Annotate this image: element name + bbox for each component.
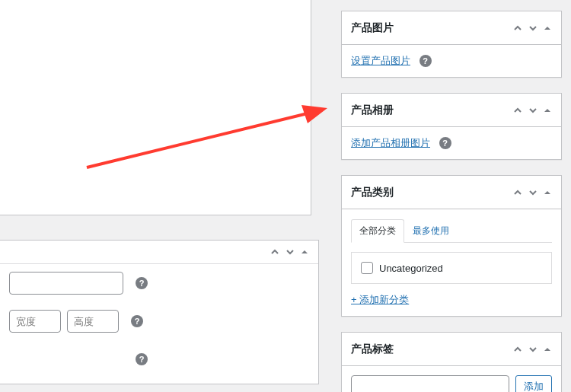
tab-most-used[interactable]: 最多使用 <box>404 219 458 243</box>
product-categories-title: 产品类别 <box>351 186 394 199</box>
product-data-header <box>0 241 318 264</box>
toggle-icon[interactable] <box>543 345 552 354</box>
pd-move-down-icon[interactable] <box>285 247 295 257</box>
move-down-icon[interactable] <box>528 187 538 198</box>
help-icon[interactable]: ? <box>419 55 432 67</box>
tag-input-row: 添加 <box>351 375 552 392</box>
product-image-panel: 产品图片 设置产品图片 ? <box>341 11 562 78</box>
help-icon[interactable]: ? <box>439 137 451 149</box>
product-data-row-dimensions: ? <box>0 298 318 336</box>
product-categories-header: 产品类别 <box>342 176 561 209</box>
category-list: Uncategorized <box>351 252 552 284</box>
width-input[interactable] <box>9 310 61 333</box>
move-up-icon[interactable] <box>512 23 523 33</box>
tag-input[interactable] <box>351 375 509 392</box>
product-data-row-1: ? <box>0 264 318 298</box>
help-icon[interactable]: ? <box>136 277 148 289</box>
product-image-title: 产品图片 <box>351 21 394 35</box>
product-image-header: 产品图片 <box>342 11 561 45</box>
pd-move-up-icon[interactable] <box>270 247 280 257</box>
move-up-icon[interactable] <box>512 187 523 198</box>
pd-toggle-icon[interactable] <box>300 247 309 257</box>
main-column: ? ? ? <box>0 0 320 384</box>
sidebar-column: 产品图片 设置产品图片 ? 产品相册 添加产品相册图片 ? <box>341 11 562 392</box>
move-up-icon[interactable] <box>512 344 523 355</box>
product-data-panel: ? ? ? <box>0 240 319 384</box>
toggle-icon[interactable] <box>543 24 552 33</box>
add-gallery-images-link[interactable]: 添加产品相册图片 <box>351 137 430 148</box>
pd-input-1[interactable] <box>9 272 123 295</box>
move-up-icon[interactable] <box>512 105 523 116</box>
category-item[interactable]: Uncategorized <box>361 262 542 274</box>
toggle-icon[interactable] <box>543 188 552 197</box>
product-data-row-3: ? <box>0 336 318 374</box>
product-tags-title: 产品标签 <box>351 343 394 356</box>
product-gallery-title: 产品相册 <box>351 104 394 117</box>
product-categories-panel: 产品类别 全部分类 最多使用 Uncategorized + 添加新分类 <box>341 175 562 317</box>
content-editor-box[interactable] <box>0 0 311 215</box>
help-icon[interactable]: ? <box>136 353 148 365</box>
move-down-icon[interactable] <box>528 23 538 33</box>
product-gallery-panel: 产品相册 添加产品相册图片 ? <box>341 93 562 160</box>
product-tags-panel: 产品标签 添加 <box>341 332 562 392</box>
tab-all-categories[interactable]: 全部分类 <box>351 219 404 243</box>
toggle-icon[interactable] <box>543 106 552 115</box>
move-down-icon[interactable] <box>528 105 538 116</box>
height-input[interactable] <box>67 310 119 333</box>
move-down-icon[interactable] <box>528 344 538 355</box>
category-label: Uncategorized <box>379 263 443 274</box>
help-icon[interactable]: ? <box>131 315 143 327</box>
checkbox[interactable] <box>361 262 373 274</box>
product-tags-header: 产品标签 <box>342 333 561 366</box>
set-product-image-link[interactable]: 设置产品图片 <box>351 55 410 66</box>
product-gallery-header: 产品相册 <box>342 94 561 127</box>
add-new-category-link[interactable]: + 添加新分类 <box>351 294 409 305</box>
add-tag-button[interactable]: 添加 <box>515 375 552 392</box>
category-tabs: 全部分类 最多使用 <box>351 218 552 243</box>
